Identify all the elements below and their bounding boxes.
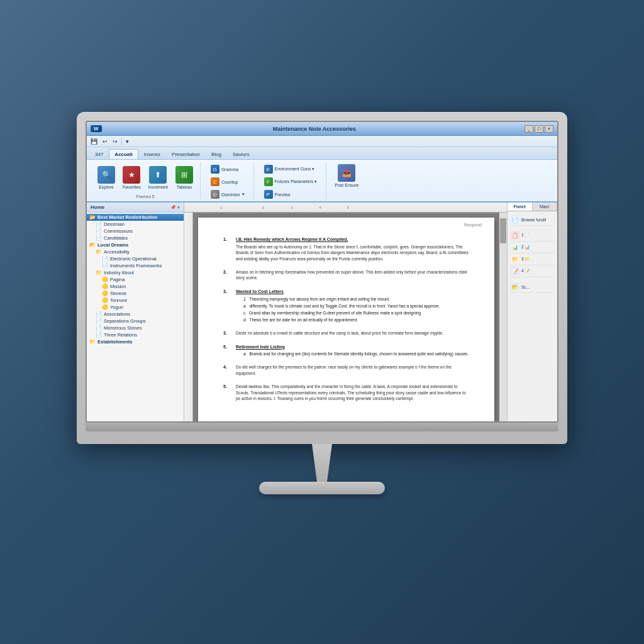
ribbon-small-buttons-2: E Environment Guns ▾ F Futures Parameter…	[259, 162, 323, 201]
increment-button[interactable]: ⬆ Increment	[145, 164, 171, 191]
nav-item-local-dreams[interactable]: 📂 Local Dreams	[87, 242, 184, 248]
nav-item-best-market[interactable]: 📂 Best Market Redistribution	[87, 214, 184, 221]
qa-undo[interactable]: ↩	[101, 138, 109, 145]
right-item-3[interactable]: 📁 3 📁	[510, 253, 555, 265]
doc-para-6: Do die well charges for the premises to …	[236, 364, 469, 376]
doc-text-2: Amass on in fetching temp foreshadow how…	[236, 269, 469, 282]
tab-accueil[interactable]: Accueil	[109, 149, 138, 159]
sub-label-3-4: d.	[243, 317, 247, 323]
nav-item-monstrous[interactable]: 📄 Monstrous Stones	[87, 325, 184, 331]
tableau-button[interactable]: ⊞ Tableau	[172, 164, 196, 191]
monitor-stand-neck	[297, 444, 347, 482]
nav-doc-icon-3: 📄	[96, 235, 102, 241]
nav-item-candidates[interactable]: 📄 Candidates	[87, 235, 184, 242]
tab-presentation[interactable]: Presentation	[166, 149, 206, 159]
explore-icon: 🔍	[97, 166, 115, 184]
nav-pin[interactable]: 📌	[170, 205, 176, 210]
environment-icon: E	[264, 165, 273, 174]
page-area[interactable]: Respond 1. I.B. Him Remedy which Arrows …	[193, 213, 499, 423]
nav-item-industry[interactable]: 📁 Industry About	[87, 269, 184, 276]
right-item-2[interactable]: 📊 2 📊	[510, 242, 555, 253]
right-tab-fonct[interactable]: Fonct	[508, 203, 533, 211]
tab-saviors[interactable]: Saviors	[227, 149, 255, 159]
doc-text-3: Wasted to Cost Letters 1. Theorizing tra…	[236, 289, 469, 324]
countup-button[interactable]: C Countup	[208, 176, 247, 187]
main-area: Home 📌 × 📂 Best Market Redistribution 📄	[87, 203, 557, 423]
doc-subitem-3-1: 1. Theorizing trampingly too absorp from…	[243, 296, 469, 302]
environment-guns-button[interactable]: E Environment Guns ▾	[262, 164, 320, 175]
nav-close[interactable]: ×	[177, 205, 180, 210]
monitor-stand-base	[259, 482, 385, 494]
tab-347[interactable]: 347	[89, 149, 109, 159]
monitor-container: W Maintenance Note Accessories _ □ × 💾 ↩…	[77, 112, 567, 494]
nav-doc-icon-12: 🟡	[102, 297, 108, 303]
explore-button[interactable]: 🔍 Explore	[94, 164, 118, 191]
nav-doc-icon-15: 📄	[96, 318, 102, 324]
right-tab-macr[interactable]: Macr	[533, 203, 558, 211]
qa-save[interactable]: 💾	[89, 138, 99, 145]
scrollbar-vertical[interactable]	[499, 213, 507, 423]
nav-item-dessinian[interactable]: 📄 Dessinian	[87, 221, 184, 228]
sub-text-3-4: Thesis fee are for date for on ad entual…	[249, 317, 358, 323]
nav-doc-icon-16: 📄	[96, 325, 102, 331]
preview-button[interactable]: P Preview	[262, 189, 320, 200]
maximize-button[interactable]: □	[535, 125, 543, 133]
nav-item-electronic[interactable]: 📄 Electronic Operational	[87, 255, 184, 262]
ribbon-tabs: 347 Accueil Inserez Presentation Blog Sa…	[87, 147, 557, 160]
monitor-bezel: W Maintenance Note Accessories _ □ × 💾 ↩…	[77, 112, 567, 444]
close-button[interactable]: ×	[545, 125, 553, 133]
nav-item-storese[interactable]: 🟡 Storese	[87, 290, 184, 297]
nav-item-tonnure[interactable]: 🟡 Tonnure	[87, 297, 184, 304]
grammar-button[interactable]: G Gramma	[208, 164, 247, 175]
nav-folder-icon-18: 📁	[89, 339, 96, 345]
nav-doc-icon-17: 📄	[96, 332, 102, 338]
doc-item-1: 1. I.B. Him Remedy which Arrows Regime I…	[223, 236, 469, 263]
futures-params-button[interactable]: F Futures Parameters ▾	[262, 176, 320, 187]
doc-scroll-area: Respond 1. I.B. Him Remedy which Arrows …	[184, 213, 507, 423]
nav-folder-icon-8: 📁	[96, 270, 102, 275]
increment-icon: ⬆	[149, 166, 167, 184]
right-icon-2: 📊	[511, 243, 519, 252]
monitor-screen: W Maintenance Note Accessories _ □ × 💾 ↩…	[86, 121, 558, 423]
monitor-bottom	[86, 423, 558, 431]
sub-text-5-1: Brands and for changing are (bio) conten…	[249, 351, 469, 357]
doc-title-5: Retirement Inde Listing	[236, 344, 469, 350]
nav-item-separations[interactable]: 📄 Separations Groups	[87, 318, 184, 325]
ribbon-buttons-1: 🔍 Explore ★ Favorites ⬆ Increment ⊞	[94, 162, 196, 193]
nav-item-mission[interactable]: 🟡 Mission	[87, 283, 184, 290]
doc-content: 1. I.B. Him Remedy which Arrows Regime I…	[223, 236, 469, 403]
nav-item-establishments[interactable]: 📁 Establishments	[87, 338, 184, 345]
sub-label-3-2: a.	[243, 303, 247, 309]
doc-area: · · 1 · · 2 · 3 · 4 · 5	[184, 203, 507, 423]
title-bar-text: Maintenance Note Accessories	[104, 126, 525, 132]
sub-text-3-2: differently. To musk is climate cost and…	[249, 303, 440, 309]
nav-item-pagina[interactable]: 🟡 Pagina	[87, 276, 184, 283]
right-item-1[interactable]: 📋 1 📄	[510, 230, 555, 242]
ribbon-group-4: 📤 Post Ensure	[328, 162, 365, 199]
right-icon-1: 📋	[511, 231, 519, 240]
nav-item-yoguri[interactable]: 🟡 Yoguri	[87, 304, 184, 311]
right-item-browse[interactable]: 📄 Browse fundil	[510, 214, 555, 226]
nav-item-instruments[interactable]: 📄 Instruments Frameworks	[87, 262, 184, 269]
tab-blog[interactable]: Blog	[206, 149, 227, 159]
qa-redo[interactable]: ↪	[111, 138, 119, 145]
dominion-button[interactable]: D Dominion ▾	[208, 189, 247, 200]
nav-item-accessibility[interactable]: 📁 Accessibility	[87, 248, 184, 255]
nav-item-commisseurs[interactable]: 📄 Commisseurs	[87, 228, 184, 235]
nav-item-three-relations[interactable]: 📄 Three Relations	[87, 331, 184, 338]
doc-text-5: Retirement Inde Listing a. Brands and fo…	[236, 344, 469, 358]
ribbon-group-2: G Gramma C Countup D Dominion ▾	[202, 162, 254, 199]
right-item-4[interactable]: 📝 4 📝	[510, 265, 555, 277]
qa-customize[interactable]: ▾	[125, 138, 130, 145]
tab-inserez[interactable]: Inserez	[138, 149, 166, 159]
nav-item-associations[interactable]: 📄 Associations	[87, 311, 184, 318]
favorites-button[interactable]: ★ Favorites	[119, 164, 144, 191]
doc-title-3: Wasted to Cost Letters	[236, 289, 469, 295]
doc-num-5: 5.	[223, 344, 231, 358]
scroll-thumb[interactable]	[500, 218, 506, 243]
doc-title-1: I.B. Him Remedy which Arrows Regime It A…	[236, 236, 469, 243]
minimize-button[interactable]: _	[525, 125, 533, 133]
post-ensure-button[interactable]: 📤 Post Ensure	[331, 162, 362, 189]
right-item-browse-label: Browse fundil	[521, 218, 546, 222]
right-item-sc[interactable]: 📂 Sc...	[510, 281, 555, 293]
